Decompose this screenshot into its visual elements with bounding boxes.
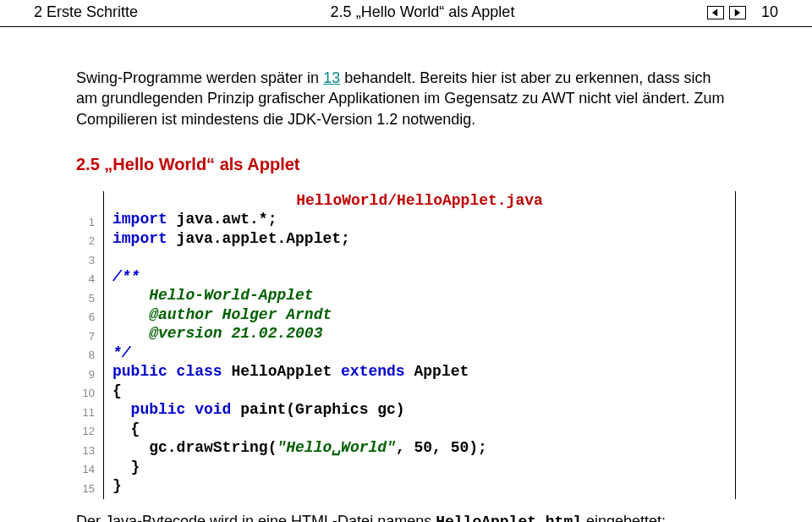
line-number: 8 [76, 346, 95, 365]
header-nav: 10 [707, 3, 778, 21]
chapter-ref-link[interactable]: 13 [323, 69, 340, 86]
code-text: , 50, 50); [396, 439, 487, 456]
code-text: } [112, 459, 140, 475]
code-filename: HelloWorld/HelloApplet.java [112, 191, 727, 211]
page-header: 2 Erste Schritte 2.5 „Hello World“ als A… [0, 0, 812, 27]
code-text: HelloApplet [231, 363, 341, 380]
line-number: 6 [76, 308, 95, 327]
code-text: { [112, 420, 140, 437]
header-section: 2.5 „Hello World“ als Applet [138, 3, 707, 21]
line-number: 4 [76, 270, 95, 289]
line-number: 7 [76, 327, 95, 347]
svg-marker-0 [712, 8, 717, 16]
header-chapter: 2 Erste Schritte [34, 3, 138, 21]
line-number: 11 [76, 404, 95, 423]
line-number: 5 [76, 289, 95, 309]
intro-text-1: Swing-Programme werden später in [76, 69, 323, 86]
svg-marker-1 [735, 8, 740, 16]
code-text: } [112, 477, 122, 494]
line-number-gutter: 1 2 3 4 5 6 7 8 9 10 11 12 13 14 15 [76, 191, 103, 499]
after-code-text: Der Java-Bytecode wird in eine HTML-Date… [76, 511, 736, 522]
code-keyword: public class [112, 363, 231, 380]
code-keyword: extends [341, 363, 405, 380]
intro-paragraph: Swing-Programme werden später in 13 beha… [76, 68, 736, 129]
code-comment: Hello-World-Applet [112, 287, 314, 304]
line-number: 10 [76, 384, 95, 404]
line-number: 12 [76, 422, 95, 442]
line-number: 13 [76, 442, 95, 461]
inline-filename: HelloApplet.html [436, 514, 582, 522]
after-text-2: eingebettet: [582, 513, 666, 522]
line-number: 14 [76, 460, 95, 480]
code-keyword: public void [112, 401, 240, 418]
code-keyword: import [112, 211, 167, 228]
after-text-1: Der Java-Bytecode wird in eine HTML-Date… [76, 513, 436, 522]
line-number: 9 [76, 365, 95, 385]
page-number: 10 [761, 3, 778, 21]
line-number: 2 [76, 232, 95, 251]
code-body: HelloWorld/HelloApplet.java import java.… [103, 191, 736, 499]
line-number: 1 [76, 213, 95, 233]
page-content: Swing-Programme werden später in 13 beha… [0, 27, 812, 522]
code-comment: */ [112, 344, 131, 361]
line-number: 3 [76, 251, 95, 271]
triangle-right-icon [733, 8, 741, 17]
code-keyword: import [112, 230, 167, 247]
code-comment: /** [112, 268, 140, 285]
line-number: 15 [76, 480, 95, 499]
code-comment: @author Holger Arndt [112, 306, 332, 323]
code-text: { [112, 382, 122, 399]
next-page-button[interactable] [729, 6, 746, 19]
triangle-left-icon [711, 8, 719, 17]
code-listing: 1 2 3 4 5 6 7 8 9 10 11 12 13 14 15 Hell… [76, 191, 736, 499]
code-text: paint(Graphics gc) [240, 401, 404, 418]
code-text: java.awt.*; [167, 211, 277, 228]
section-heading: 2.5 „Hello World“ als Applet [76, 153, 736, 176]
code-text: Applet [405, 363, 469, 380]
prev-page-button[interactable] [707, 6, 724, 19]
code-text: java.applet.Applet; [167, 230, 350, 247]
code-string: "Hello␣World" [277, 439, 395, 456]
code-text: gc.drawString( [112, 439, 277, 456]
code-comment: @version 21.02.2003 [112, 325, 322, 342]
